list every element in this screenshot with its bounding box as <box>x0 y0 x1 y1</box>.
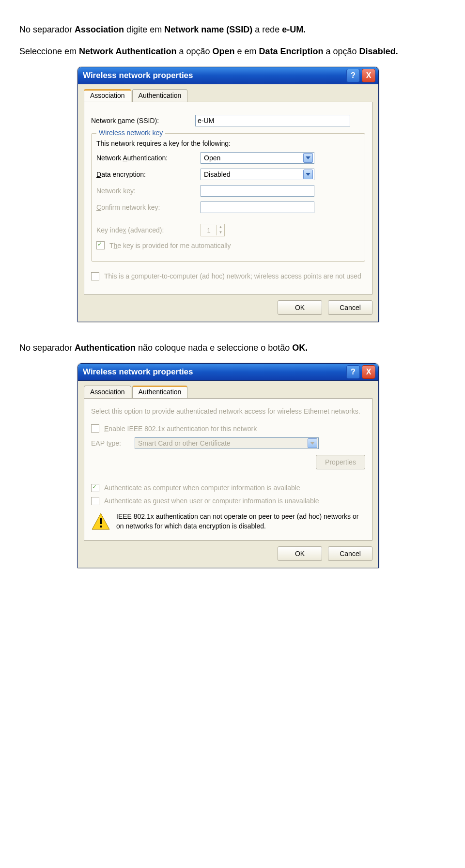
chevron-down-icon <box>303 153 313 163</box>
confirm-key-label: Confirm network key: <box>96 203 196 211</box>
close-icon: X <box>366 368 372 376</box>
bold: Network Authentication <box>79 46 176 56</box>
auth-computer-checkbox <box>91 484 99 492</box>
group-legend: Wireless network key <box>96 129 165 137</box>
text: e em <box>235 46 259 56</box>
svg-rect-0 <box>100 518 102 524</box>
properties-row: Properties <box>91 455 365 469</box>
bold: OK. <box>292 343 308 353</box>
row-auto-key: The key is provided for me automatically <box>96 241 360 249</box>
group-text: This network requires a key for the foll… <box>96 140 360 147</box>
bold: e-UM. <box>282 25 306 34</box>
help-icon: ? <box>351 71 356 80</box>
ssid-input[interactable] <box>195 115 350 126</box>
row-ssid: Network name (SSID): <box>91 115 365 126</box>
encryption-value: Disabled <box>204 170 230 178</box>
eap-select: Smart Card or other Certificate <box>135 437 319 449</box>
adhoc-label: This is a computer-to-computer (ad hoc) … <box>104 272 365 280</box>
bold: Open <box>212 46 234 56</box>
row-confirm-key: Confirm network key: <box>96 202 360 213</box>
tabstrip: Association Authentication <box>84 386 372 398</box>
network-key-input <box>201 185 314 197</box>
titlebar[interactable]: Wireless network properties ? X <box>78 67 378 84</box>
button-row: OK Cancel <box>84 300 372 315</box>
bold: Association <box>75 25 124 34</box>
auth-guest-label: Authenticate as guest when user or compu… <box>104 497 365 505</box>
auth-intro: Select this option to provide authentica… <box>91 406 365 417</box>
close-button[interactable]: X <box>362 365 375 379</box>
ok-button[interactable]: OK <box>278 546 322 561</box>
text: a opção <box>324 46 359 56</box>
auth-select[interactable]: Open <box>201 152 314 164</box>
auto-key-label: The key is provided for me automatically <box>109 242 231 249</box>
help-button[interactable]: ? <box>346 69 360 82</box>
svg-rect-1 <box>100 526 102 527</box>
text: No separador <box>19 343 75 353</box>
titlebar[interactable]: Wireless network properties ? X <box>78 364 378 380</box>
close-icon: X <box>366 71 372 80</box>
tab-authentication[interactable]: Authentication <box>132 89 188 102</box>
tab-association[interactable]: Association <box>84 89 131 102</box>
help-button[interactable]: ? <box>346 365 360 379</box>
enable-8021x-label: Enable IEEE 802.1x authentication for th… <box>104 425 257 433</box>
row-adhoc: This is a computer-to-computer (ad hoc) … <box>91 272 365 280</box>
chevron-down-icon <box>308 438 317 448</box>
row-auth-computer: Authenticate as computer when computer i… <box>91 484 365 492</box>
text: a opção <box>176 46 212 56</box>
auto-key-checkbox <box>96 241 105 249</box>
row-auth: Network Authentication: Open <box>96 152 360 164</box>
button-row: OK Cancel <box>84 546 372 561</box>
instruction-3: No separador Authentication não coloque … <box>19 341 446 355</box>
row-enable-8021x: Enable IEEE 802.1x authentication for th… <box>91 424 365 433</box>
warning-icon <box>91 512 110 531</box>
row-key-index: Key index (advanced): 1 ▲▼ <box>96 224 360 236</box>
row-eap-type: EAP type: Smart Card or other Certificat… <box>91 437 365 449</box>
client-area: Association Authentication Network name … <box>78 84 378 322</box>
group-wireless-key: Wireless network key This network requir… <box>91 133 365 262</box>
bold: Authentication <box>75 343 136 353</box>
key-index-value: 1 <box>201 227 217 234</box>
instruction-2: Seleccione em Network Authentication a o… <box>19 45 446 58</box>
text: não coloque nada e seleccione o botão <box>136 343 292 353</box>
warning-text: IEEE 802.1x authentication can not opera… <box>116 512 365 531</box>
text: a rede <box>252 25 282 34</box>
chevron-down-icon <box>303 170 313 179</box>
bold: Network name (SSID) <box>164 25 252 34</box>
cancel-button[interactable]: Cancel <box>328 300 372 315</box>
help-icon: ? <box>351 368 356 376</box>
window-authentication: Wireless network properties ? X Associat… <box>78 363 379 568</box>
instruction-1: No separador Association digite em Netwo… <box>19 23 446 36</box>
tab-association[interactable]: Association <box>84 386 131 398</box>
spinner-down-icon: ▼ <box>217 230 224 235</box>
tab-authentication[interactable]: Authentication <box>132 386 188 398</box>
auth-computer-label: Authenticate as computer when computer i… <box>104 484 365 492</box>
confirm-key-input <box>201 202 314 213</box>
network-key-label: Network key: <box>96 187 196 195</box>
row-network-key: Network key: <box>96 185 360 197</box>
row-auth-guest: Authenticate as guest when user or compu… <box>91 497 365 505</box>
tabstrip: Association Authentication <box>84 89 372 102</box>
eap-label: EAP type: <box>91 439 130 447</box>
bold: Disabled. <box>359 46 398 56</box>
client-area: Association Authentication Select this o… <box>78 380 378 568</box>
text: No separador <box>19 25 75 34</box>
text: Seleccione em <box>19 46 79 56</box>
encryption-label: Data encryption: <box>96 170 196 178</box>
ok-button[interactable]: OK <box>278 300 322 315</box>
auth-value: Open <box>204 154 220 162</box>
auth-guest-checkbox <box>91 497 99 505</box>
tabpane-association: Network name (SSID): Wireless network ke… <box>84 102 372 294</box>
row-encryption: Data encryption: Disabled <box>96 169 360 180</box>
text: digite em <box>124 25 164 34</box>
auth-label: Network Authentication: <box>96 154 196 162</box>
eap-value: Smart Card or other Certificate <box>138 439 231 447</box>
bold: Data Encription <box>259 46 324 56</box>
window-title: Wireless network properties <box>83 367 344 377</box>
cancel-button[interactable]: Cancel <box>328 546 372 561</box>
enable-8021x-checkbox <box>91 424 99 433</box>
adhoc-checkbox <box>91 272 99 280</box>
close-button[interactable]: X <box>362 69 375 82</box>
spinner-up-icon: ▲ <box>217 225 224 230</box>
encryption-select[interactable]: Disabled <box>201 169 314 180</box>
properties-button: Properties <box>316 455 365 469</box>
